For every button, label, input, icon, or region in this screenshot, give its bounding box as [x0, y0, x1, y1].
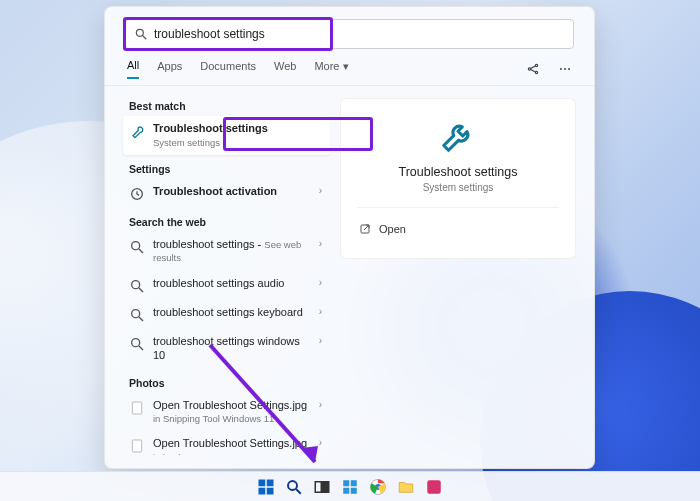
wrench-icon [129, 123, 145, 139]
svg-point-3 [535, 64, 537, 66]
result-settings-activation[interactable]: Troubleshoot activation › [123, 179, 330, 208]
result-web-2[interactable]: troubleshoot settings audio › [123, 271, 330, 300]
svg-rect-19 [132, 402, 141, 414]
image-file-icon [129, 438, 145, 454]
result-photo-1[interactable]: Open Troubleshoot Settings.jpgin Snippin… [123, 393, 330, 432]
search-icon [129, 239, 145, 255]
svg-rect-22 [259, 479, 266, 486]
result-web-1[interactable]: troubleshoot settings - See web results … [123, 232, 330, 272]
chevron-right-icon: › [319, 185, 322, 196]
svg-rect-33 [351, 487, 357, 493]
result-subtitle: in Snipping Tool Windows 11 [153, 413, 307, 425]
result-title: troubleshoot settings keyboard [153, 306, 303, 320]
wrench-icon [439, 117, 477, 155]
search-icon [129, 336, 145, 352]
svg-rect-29 [323, 481, 329, 492]
svg-rect-20 [132, 440, 141, 452]
chevron-right-icon: › [319, 399, 322, 410]
svg-point-4 [535, 71, 537, 73]
app-icon[interactable] [424, 477, 444, 497]
share-icon[interactable] [526, 62, 540, 76]
section-search-web: Search the web [129, 216, 330, 228]
taskbar-search-button[interactable] [284, 477, 304, 497]
chevron-right-icon: › [319, 306, 322, 317]
svg-point-13 [132, 281, 140, 289]
svg-point-26 [288, 481, 297, 490]
preview-card: Troubleshoot settings System settings Op… [340, 98, 576, 259]
search-icon [129, 307, 145, 323]
search-bar[interactable] [125, 19, 574, 49]
widgets-button[interactable] [340, 477, 360, 497]
svg-rect-24 [259, 487, 266, 494]
result-title: Open Troubleshoot Settings.jpg [153, 399, 307, 413]
svg-point-2 [528, 68, 530, 70]
svg-line-6 [531, 70, 536, 72]
svg-rect-36 [427, 480, 441, 494]
svg-rect-25 [267, 487, 274, 494]
start-button[interactable] [256, 477, 276, 497]
tab-documents[interactable]: Documents [200, 60, 256, 78]
svg-line-14 [139, 288, 143, 292]
result-web-4[interactable]: troubleshoot settings windows 10 › [123, 329, 330, 369]
result-title: troubleshoot settings audio [153, 277, 284, 291]
preview-pane: Troubleshoot settings System settings Op… [330, 86, 594, 455]
file-explorer-icon[interactable] [396, 477, 416, 497]
search-icon [134, 27, 148, 41]
svg-line-27 [296, 489, 301, 494]
svg-point-7 [560, 68, 562, 70]
open-button[interactable]: Open [357, 218, 559, 240]
chrome-icon[interactable] [368, 477, 388, 497]
open-label: Open [379, 223, 406, 235]
image-file-icon [129, 400, 145, 416]
section-settings: Settings [129, 163, 330, 175]
section-best-match: Best match [129, 100, 330, 112]
task-view-button[interactable] [312, 477, 332, 497]
result-photo-2[interactable]: Open Troubleshoot Settings.jpgin backup-… [123, 431, 330, 455]
svg-point-11 [132, 241, 140, 249]
svg-point-0 [136, 29, 143, 36]
result-title: troubleshoot settings [153, 238, 255, 250]
tab-web[interactable]: Web [274, 60, 296, 78]
search-icon [129, 278, 145, 294]
svg-rect-28 [315, 481, 321, 492]
preview-subtitle: System settings [423, 182, 494, 193]
svg-line-1 [143, 36, 147, 40]
search-filter-tabs: All Apps Documents Web More ▾ [105, 57, 594, 86]
svg-point-9 [568, 68, 570, 70]
preview-title: Troubleshoot settings [398, 165, 517, 179]
open-icon [359, 223, 371, 235]
taskbar [0, 471, 700, 501]
svg-line-18 [139, 346, 143, 350]
clock-icon [129, 186, 145, 202]
chevron-right-icon: › [319, 335, 322, 346]
start-search-window: All Apps Documents Web More ▾ Best match… [104, 6, 595, 469]
chevron-right-icon: › [319, 437, 322, 448]
result-title: Troubleshoot settings [153, 122, 268, 136]
svg-rect-32 [343, 487, 349, 493]
result-title: Open Troubleshoot Settings.jpg [153, 437, 307, 451]
result-best-match[interactable]: Troubleshoot settings System settings [123, 116, 330, 155]
svg-rect-23 [267, 479, 274, 486]
result-subtitle: System settings [153, 137, 268, 149]
svg-point-15 [132, 310, 140, 318]
svg-line-5 [531, 66, 536, 68]
chevron-down-icon: ▾ [343, 60, 349, 72]
svg-point-17 [132, 339, 140, 347]
search-input[interactable] [154, 27, 565, 41]
tab-apps[interactable]: Apps [157, 60, 182, 78]
results-list: Best match Troubleshoot settings System … [105, 86, 330, 455]
svg-point-8 [564, 68, 566, 70]
svg-rect-31 [351, 480, 357, 486]
svg-line-16 [139, 317, 143, 321]
section-photos: Photos [129, 377, 330, 389]
chevron-right-icon: › [319, 238, 322, 249]
result-web-3[interactable]: troubleshoot settings keyboard › [123, 300, 330, 329]
tab-all[interactable]: All [127, 59, 139, 79]
chevron-right-icon: › [319, 277, 322, 288]
result-title: troubleshoot settings windows 10 [153, 335, 311, 363]
svg-line-12 [139, 249, 143, 253]
more-options-icon[interactable] [558, 62, 572, 76]
result-subtitle: in backup-2021-10-23 [153, 452, 307, 455]
tab-more[interactable]: More ▾ [314, 60, 348, 79]
result-title: Troubleshoot activation [153, 185, 277, 199]
